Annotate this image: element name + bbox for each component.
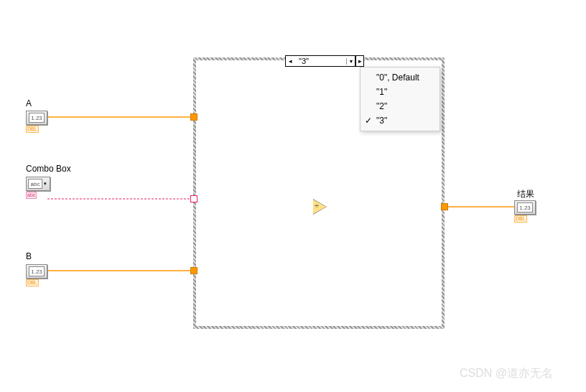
case-prev-arrow-icon[interactable]: ◂: [286, 57, 294, 65]
tunnel-combo-in[interactable]: [190, 195, 197, 202]
control-b-terminal[interactable]: 1.23: [26, 264, 47, 279]
combo-label: Combo Box: [26, 164, 71, 174]
combo-type-tag: abc: [26, 192, 37, 199]
case-next-arrow-icon[interactable]: ▸: [355, 55, 364, 67]
control-b-label: B: [26, 251, 32, 261]
case-selector[interactable]: ◂ "3" ▾: [285, 55, 355, 67]
control-b-value: 1.23: [29, 266, 45, 276]
control-a-value: 1.23: [29, 113, 45, 123]
combo-value: abc: [28, 179, 42, 189]
tunnel-result-out[interactable]: [441, 203, 448, 210]
case-dropdown-arrow-icon[interactable]: ▾: [346, 58, 355, 65]
case-dropdown-item-1[interactable]: "1": [361, 85, 440, 99]
tunnel-b-in[interactable]: [190, 267, 197, 274]
watermark-text: CSDN @道亦无名: [460, 366, 553, 381]
control-a-label: A: [26, 98, 32, 108]
combo-terminal[interactable]: abc ▾: [26, 177, 50, 191]
control-a-terminal[interactable]: 1.23: [26, 111, 47, 125]
combo-dropdown-icon: ▾: [42, 181, 48, 187]
case-selector-value: "3": [294, 57, 346, 65]
tunnel-a-in[interactable]: [190, 113, 197, 121]
result-label: 结果: [517, 188, 534, 200]
control-a-type-tag: DBL: [26, 126, 39, 133]
result-terminal[interactable]: 1.23: [514, 200, 536, 215]
case-dropdown-item-2[interactable]: "2": [361, 99, 440, 113]
case-dropdown-item-0[interactable]: "0", Default: [361, 70, 440, 85]
control-b-type-tag: DBL: [26, 279, 39, 286]
result-type-tag: DBL: [514, 215, 527, 223]
case-dropdown-menu: "0", Default "1" "2" "3": [360, 67, 440, 131]
divide-node[interactable]: [313, 200, 326, 214]
result-value: 1.23: [517, 202, 533, 213]
case-dropdown-item-3[interactable]: "3": [361, 113, 440, 128]
